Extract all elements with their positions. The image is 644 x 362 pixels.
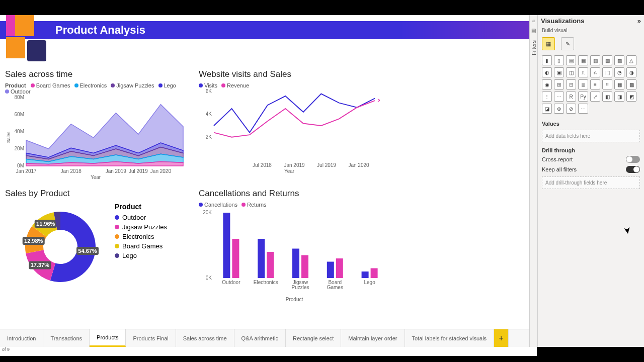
viz-type-button[interactable]: ⊞	[554, 79, 564, 89]
svg-text:Games: Games	[327, 285, 343, 290]
viz-type-button[interactable]: ◔	[614, 67, 624, 77]
format-visual-mode-button[interactable]: ✎	[561, 37, 574, 50]
chart1-area-chart[interactable]: 0M20M40M60M80MJan 2017Jan 2018Jan 2019Ju…	[5, 95, 186, 180]
viz-type-button[interactable]: ▥	[590, 55, 600, 65]
viz-type-button[interactable]: ⋯	[578, 104, 588, 114]
viz-type-button[interactable]: ▧	[602, 55, 612, 65]
legend-item[interactable]: Lego	[115, 252, 167, 259]
page-tab[interactable]: Total labels for stacked visuals	[405, 329, 495, 347]
filters-pane-collapsed[interactable]: « ▤ Filters	[529, 15, 537, 347]
viz-type-button[interactable]: ⋯	[554, 92, 564, 102]
page-tab[interactable]: Q&A arithmetic	[234, 329, 286, 347]
svg-rect-35	[267, 252, 274, 278]
logo-block-1	[6, 15, 25, 36]
viz-type-button[interactable]: ▣	[554, 67, 564, 77]
viz-type-button[interactable]: ⊟	[566, 79, 576, 89]
viz-type-button[interactable]: ⌗	[602, 79, 612, 89]
add-page-button[interactable]: +	[494, 329, 509, 347]
viz-type-button[interactable]: ⤢	[590, 92, 600, 102]
legend-item[interactable]: Returns	[242, 202, 267, 208]
keep-filters-toggle[interactable]	[626, 166, 640, 173]
viz-type-button[interactable]: R	[566, 92, 576, 102]
page-tab[interactable]: Sales across time	[176, 329, 234, 347]
values-field-well[interactable]: Add data fields here	[542, 130, 640, 142]
svg-text:Outdoor: Outdoor	[222, 280, 240, 285]
legend-item[interactable]: Jigsaw Puzzles	[111, 82, 154, 88]
values-section-label: Values	[538, 118, 644, 128]
legend-item[interactable]: Board Games	[115, 242, 167, 250]
viz-type-button[interactable]: ⊕	[554, 104, 564, 114]
chart4-legend: CancellationsReturns	[199, 202, 390, 208]
legend-item[interactable]: Electronics	[115, 233, 167, 240]
svg-rect-45	[362, 272, 369, 278]
viz-type-button[interactable]: ◐	[542, 67, 552, 77]
svg-text:Jan 2018: Jan 2018	[61, 168, 82, 174]
viz-type-button[interactable]: ≡	[590, 79, 600, 89]
build-visual-label: Build visual	[538, 27, 644, 34]
legend-item[interactable]: Revenue	[221, 82, 249, 88]
viz-type-button[interactable]: ◪	[542, 104, 552, 114]
page-tab[interactable]: Products Final	[126, 329, 176, 347]
build-visual-mode-button[interactable]: ▦	[542, 37, 555, 50]
svg-rect-41	[327, 262, 334, 279]
svg-text:Jan 2019: Jan 2019	[106, 168, 127, 174]
chart2-legend: VisitsRevenue	[199, 82, 385, 88]
legend-item[interactable]: Visits	[199, 82, 217, 88]
collapse-icon[interactable]: «	[532, 18, 535, 24]
expand-icon[interactable]: »	[637, 17, 641, 25]
viz-type-button[interactable]: ⊘	[566, 104, 576, 114]
viz-type-button[interactable]: ⬚	[602, 67, 612, 77]
legend-item[interactable]: Lego	[158, 82, 176, 88]
viz-type-button[interactable]: Py	[578, 92, 588, 102]
svg-text:Jan 2017: Jan 2017	[16, 168, 37, 174]
legend-item[interactable]: Electronics	[74, 82, 107, 88]
cross-report-toggle[interactable]	[626, 156, 640, 163]
viz-type-button[interactable]: ⎍	[578, 67, 588, 77]
page-tab[interactable]: Introduction	[0, 329, 43, 347]
page-tab[interactable]: Transactions	[43, 329, 90, 347]
viz-type-button[interactable]: ◨	[614, 92, 624, 102]
svg-text:Lego: Lego	[364, 280, 375, 285]
legend-item[interactable]: Outdoor	[115, 214, 167, 221]
viz-type-button[interactable]: △	[626, 55, 636, 65]
svg-text:Jan 2020: Jan 2020	[150, 168, 172, 174]
viz-type-button[interactable]: ◑	[626, 67, 636, 77]
page-tab[interactable]: Rectangle select	[286, 329, 341, 347]
page-tab[interactable]: Maintain layer order	[341, 329, 405, 347]
filter-icon[interactable]: ▤	[531, 28, 536, 33]
viz-type-button[interactable]: ▯	[554, 55, 564, 65]
viz-type-button[interactable]: ▨	[614, 55, 624, 65]
chart2-line-chart[interactable]: 2K4K6KJul 2018Jan 2019Jul 2019Jan 2020Ye…	[199, 88, 380, 174]
legend-item[interactable]: Jigsaw Puzzles	[115, 223, 167, 231]
legend-item[interactable]: Outdoor	[5, 88, 31, 95]
viz-type-button[interactable]: ▦	[614, 79, 624, 89]
svg-text:Product: Product	[286, 297, 303, 302]
viz-type-button[interactable]: ⎌	[590, 67, 600, 77]
viz-type-button[interactable]: ⋮	[542, 92, 552, 102]
viz-type-button[interactable]: ▤	[566, 55, 576, 65]
page-title: Product Analysis	[55, 24, 145, 37]
page-title-banner: Product Analysis	[0, 21, 533, 39]
chart4-bar-chart[interactable]: 0K20KOutdoorElectronicsJigsawPuzzlesBoar…	[199, 208, 390, 303]
visualization-type-grid: ▮▯▤▦▥▧▨△◐▣◫⎍⎌⬚◔◑◉⊞⊟≣≡⌗▦▩⋮⋯RPy⤢◧◨◩◪⊕⊘⋯	[538, 55, 644, 118]
svg-text:0M: 0M	[17, 163, 24, 168]
viz-type-button[interactable]: ▩	[626, 79, 636, 89]
legend-item[interactable]: Cancellations	[199, 202, 237, 208]
legend-item[interactable]: Board Games	[31, 82, 70, 88]
viz-type-button[interactable]: ▮	[542, 55, 552, 65]
svg-text:17.37%: 17.37%	[31, 262, 50, 268]
viz-type-button[interactable]: ◧	[602, 92, 612, 102]
filters-label: Filters	[531, 40, 537, 55]
viz-type-button[interactable]: ◉	[542, 79, 552, 89]
page-tab[interactable]: Products	[90, 329, 126, 347]
drillthrough-section-label: Drill through	[538, 144, 644, 154]
chart4-title: Cancellations and Returns	[199, 189, 390, 199]
chart3-donut-chart[interactable]: 54.67%17.37%12.98%11.96%	[5, 203, 106, 288]
viz-type-button[interactable]: ◩	[626, 92, 636, 102]
svg-text:54.67%: 54.67%	[78, 248, 97, 254]
viz-type-button[interactable]: ◫	[566, 67, 576, 77]
viz-type-button[interactable]: ▦	[578, 55, 588, 65]
svg-text:0K: 0K	[206, 275, 212, 281]
drillthrough-field-well[interactable]: Add drill-through fields here	[542, 176, 640, 189]
viz-type-button[interactable]: ≣	[578, 79, 588, 89]
